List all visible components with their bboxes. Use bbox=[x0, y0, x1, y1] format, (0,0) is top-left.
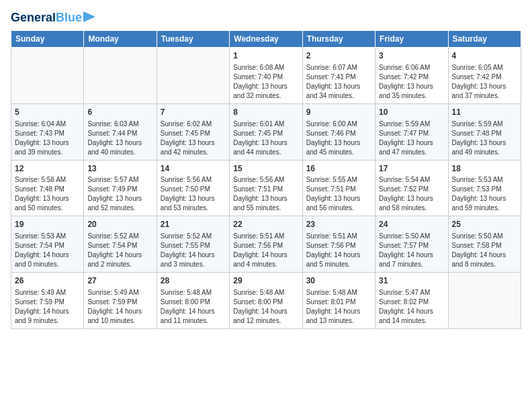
day-info: Sunset: 7:41 PM bbox=[306, 73, 371, 82]
day-info: Daylight: 13 hours bbox=[15, 138, 80, 148]
day-info: Sunset: 7:53 PM bbox=[452, 185, 517, 194]
day-info: Sunset: 7:45 PM bbox=[161, 129, 226, 138]
day-info: Daylight: 13 hours bbox=[306, 82, 371, 91]
day-number: 31 bbox=[379, 275, 444, 287]
calendar-cell: 21Sunrise: 5:52 AMSunset: 7:55 PMDayligh… bbox=[157, 216, 229, 273]
day-number: 6 bbox=[87, 107, 152, 118]
weekday-header: Sunday bbox=[11, 31, 84, 48]
day-number: 30 bbox=[306, 275, 371, 287]
day-info: Sunset: 7:43 PM bbox=[15, 129, 80, 138]
day-info: and 45 minutes. bbox=[306, 148, 371, 157]
day-info: Sunset: 7:58 PM bbox=[452, 241, 517, 250]
day-info: Sunrise: 5:50 AM bbox=[379, 232, 444, 241]
day-number: 4 bbox=[452, 50, 517, 62]
day-info: Daylight: 13 hours bbox=[233, 82, 298, 91]
day-info: Daylight: 14 hours bbox=[452, 250, 517, 260]
day-info: and 52 minutes. bbox=[87, 203, 152, 213]
day-info: and 44 minutes. bbox=[233, 148, 298, 157]
calendar-cell: 26Sunrise: 5:49 AMSunset: 7:59 PMDayligh… bbox=[11, 273, 84, 329]
day-info: Sunrise: 5:53 AM bbox=[452, 175, 517, 185]
page-header: GeneralBlue bbox=[11, 11, 521, 25]
day-info: Sunrise: 5:48 AM bbox=[161, 288, 226, 298]
calendar-cell: 31Sunrise: 5:47 AMSunset: 8:02 PMDayligh… bbox=[375, 273, 448, 329]
calendar-week-row: 5Sunrise: 6:04 AMSunset: 7:43 PMDaylight… bbox=[11, 103, 521, 160]
day-info: and 11 minutes. bbox=[161, 316, 226, 326]
day-info: Sunrise: 5:52 AM bbox=[161, 232, 226, 241]
day-info: Sunrise: 6:02 AM bbox=[161, 120, 226, 129]
day-info: Sunset: 7:42 PM bbox=[452, 73, 517, 82]
calendar-week-row: 12Sunrise: 5:58 AMSunset: 7:48 PMDayligh… bbox=[11, 160, 521, 216]
calendar-cell bbox=[448, 273, 521, 329]
day-info: and 40 minutes. bbox=[87, 148, 152, 157]
day-info: Daylight: 14 hours bbox=[233, 307, 298, 316]
day-number: 17 bbox=[379, 163, 444, 175]
day-info: Sunset: 7:50 PM bbox=[161, 185, 226, 194]
day-number: 13 bbox=[87, 163, 152, 175]
day-info: Sunrise: 5:50 AM bbox=[452, 232, 517, 241]
calendar-cell: 11Sunrise: 5:59 AMSunset: 7:48 PMDayligh… bbox=[448, 103, 521, 160]
day-info: Sunset: 7:47 PM bbox=[379, 129, 444, 138]
day-info: Daylight: 13 hours bbox=[233, 138, 298, 148]
logo: GeneralBlue bbox=[11, 11, 95, 25]
day-info: Sunset: 7:48 PM bbox=[452, 129, 517, 138]
day-info: Sunset: 7:59 PM bbox=[15, 298, 80, 307]
calendar-cell bbox=[84, 48, 157, 104]
day-info: and 12 minutes. bbox=[233, 316, 298, 326]
weekday-header: Friday bbox=[375, 31, 448, 48]
calendar-header-row: SundayMondayTuesdayWednesdayThursdayFrid… bbox=[11, 31, 521, 48]
day-info: Sunrise: 5:51 AM bbox=[233, 232, 298, 241]
day-number: 1 bbox=[233, 50, 298, 62]
day-info: Sunset: 7:42 PM bbox=[379, 73, 444, 82]
day-info: and 37 minutes. bbox=[452, 91, 517, 101]
day-info: and 7 minutes. bbox=[379, 260, 444, 269]
weekday-header: Thursday bbox=[302, 31, 375, 48]
day-info: Daylight: 13 hours bbox=[452, 82, 517, 91]
day-info: and 50 minutes. bbox=[15, 203, 80, 213]
calendar-cell bbox=[157, 48, 229, 104]
day-info: Sunrise: 6:08 AM bbox=[233, 63, 298, 73]
day-info: Sunrise: 5:49 AM bbox=[15, 288, 80, 298]
day-info: Sunset: 7:56 PM bbox=[233, 241, 298, 250]
day-info: Sunrise: 5:51 AM bbox=[306, 232, 371, 241]
day-number: 21 bbox=[161, 219, 226, 230]
day-info: Daylight: 14 hours bbox=[306, 250, 371, 260]
day-info: Sunrise: 6:04 AM bbox=[15, 120, 80, 129]
day-number: 8 bbox=[233, 107, 298, 118]
calendar-cell: 14Sunrise: 5:56 AMSunset: 7:50 PMDayligh… bbox=[157, 160, 229, 216]
day-info: and 0 minutes. bbox=[15, 260, 80, 269]
day-info: and 32 minutes. bbox=[233, 91, 298, 101]
day-info: Sunrise: 6:00 AM bbox=[306, 120, 371, 129]
calendar-week-row: 19Sunrise: 5:53 AMSunset: 7:54 PMDayligh… bbox=[11, 216, 521, 273]
day-info: Sunrise: 5:55 AM bbox=[306, 175, 371, 185]
day-info: Sunrise: 6:07 AM bbox=[306, 63, 371, 73]
day-info: Sunset: 8:00 PM bbox=[161, 298, 226, 307]
day-number: 2 bbox=[306, 50, 371, 62]
day-info: and 2 minutes. bbox=[87, 260, 152, 269]
calendar-cell: 20Sunrise: 5:52 AMSunset: 7:54 PMDayligh… bbox=[84, 216, 157, 273]
day-info: Daylight: 14 hours bbox=[15, 250, 80, 260]
day-number: 10 bbox=[379, 107, 444, 118]
day-info: and 4 minutes. bbox=[233, 260, 298, 269]
day-info: Daylight: 13 hours bbox=[87, 138, 152, 148]
day-info: Daylight: 13 hours bbox=[161, 138, 226, 148]
calendar-cell: 17Sunrise: 5:54 AMSunset: 7:52 PMDayligh… bbox=[375, 160, 448, 216]
day-info: Sunset: 7:48 PM bbox=[15, 185, 80, 194]
day-number: 26 bbox=[15, 275, 80, 287]
day-info: Daylight: 13 hours bbox=[161, 194, 226, 203]
day-info: Sunset: 8:01 PM bbox=[306, 298, 371, 307]
day-info: and 35 minutes. bbox=[379, 91, 444, 101]
day-info: Sunset: 7:59 PM bbox=[87, 298, 152, 307]
calendar-cell: 15Sunrise: 5:56 AMSunset: 7:51 PMDayligh… bbox=[230, 160, 302, 216]
day-info: Sunset: 7:54 PM bbox=[15, 241, 80, 250]
day-info: Sunset: 7:44 PM bbox=[87, 129, 152, 138]
day-info: Daylight: 14 hours bbox=[233, 250, 298, 260]
day-info: Daylight: 13 hours bbox=[306, 138, 371, 148]
day-info: and 55 minutes. bbox=[233, 203, 298, 213]
day-info: Daylight: 13 hours bbox=[379, 138, 444, 148]
day-number: 16 bbox=[306, 163, 371, 175]
day-info: Daylight: 14 hours bbox=[379, 250, 444, 260]
day-info: Daylight: 14 hours bbox=[379, 307, 444, 316]
day-info: and 53 minutes. bbox=[161, 203, 226, 213]
day-info: Sunrise: 5:48 AM bbox=[233, 288, 298, 298]
weekday-header: Tuesday bbox=[157, 31, 229, 48]
